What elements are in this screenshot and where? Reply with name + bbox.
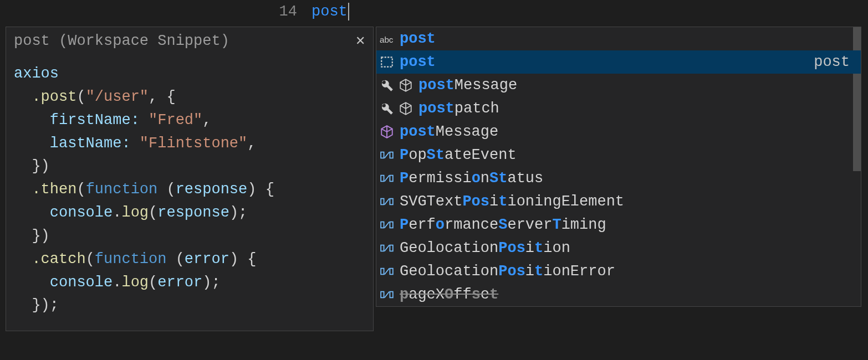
suggestion-iconset (379, 217, 395, 233)
code-token: function (86, 181, 167, 198)
code-token: error (185, 251, 229, 268)
code-token: "/user" (86, 89, 149, 105)
suggestion-iconset (379, 263, 395, 280)
code-token: response (157, 204, 229, 221)
code-token: ( (149, 204, 157, 221)
suggestion-label: GeolocationPositionError (400, 263, 615, 280)
wrench-icon (379, 100, 395, 117)
code-token: , (202, 112, 211, 128)
snippet-body: axios .post("/user", { firstName: "Fred"… (14, 63, 365, 317)
suggestion-row[interactable]: SVGTextPositioningElement (376, 190, 861, 213)
suggestion-iconset (379, 147, 395, 163)
suggestion-row[interactable]: PerformanceServerTiming (376, 213, 861, 236)
suggestion-row[interactable]: PopStateEvent (376, 143, 861, 167)
variable-icon (379, 263, 395, 280)
details-title: post (Workspace Snippet) (14, 33, 229, 49)
code-token: }); (32, 297, 59, 313)
code-token: ( (166, 181, 175, 198)
editor-line: 14 post (0, 0, 868, 23)
variable-icon (379, 170, 395, 187)
code-token: function (95, 251, 176, 268)
suggestion-detail: post (814, 54, 855, 70)
code-token: console (50, 204, 113, 221)
suggestion-list: postpostpostpostMessagepostpatchpostMess… (376, 27, 861, 307)
code-token: ) { (247, 181, 274, 198)
code-token: ) { (229, 251, 257, 268)
code-token: ( (76, 181, 85, 198)
suggestion-label: pageXOffset (400, 286, 498, 303)
suggestion-row[interactable]: postMessage (376, 120, 861, 143)
suggestion-label: postMessage (400, 124, 498, 140)
code-token: ( (149, 274, 157, 291)
suggestion-iconset (379, 30, 395, 47)
code-token: ( (86, 251, 95, 268)
suggestion-row[interactable]: post (376, 27, 861, 50)
code-token: log (121, 274, 149, 291)
code-token: , { (149, 89, 176, 105)
code-token: log (121, 204, 149, 221)
code-token: .catch (32, 251, 85, 268)
suggestion-label: postMessage (418, 77, 517, 94)
code-token: . (113, 274, 121, 291)
code-token: ); (229, 204, 247, 221)
code-token: console (50, 274, 113, 291)
details-header: post (Workspace Snippet) ✕ (14, 33, 365, 49)
suggestion-label: PermissionStatus (400, 170, 543, 187)
suggestion-row[interactable]: postpatch (376, 97, 861, 120)
snippet-icon (379, 54, 395, 70)
suggestion-row[interactable]: pageXOffset (376, 283, 861, 306)
suggestion-iconset (379, 193, 395, 210)
suggestion-iconset (379, 77, 414, 94)
code-token: }) (32, 228, 49, 244)
suggestion-row[interactable]: GeolocationPositionError (376, 260, 861, 283)
suggestion-label: PerformanceServerTiming (400, 217, 606, 233)
variable-icon (379, 286, 395, 303)
code-token: ( (76, 89, 85, 105)
code-token: ( (176, 251, 185, 268)
wrench-icon (379, 77, 395, 94)
variable-icon (379, 240, 395, 256)
suggestion-iconset (379, 170, 395, 187)
suggestion-row[interactable]: GeolocationPosition (376, 236, 861, 260)
code-token: lastName: (50, 135, 131, 152)
suggestion-label: GeolocationPosition (400, 240, 570, 256)
suggestion-row[interactable]: postpost (376, 50, 861, 74)
code-token: "Fred" (140, 112, 202, 128)
suggestion-iconset (379, 240, 395, 256)
close-icon[interactable]: ✕ (355, 34, 365, 48)
suggestion-iconset (379, 100, 414, 117)
suggestion-iconset (379, 286, 395, 303)
suggestion-iconset (379, 54, 395, 70)
variable-icon (379, 147, 395, 163)
suggestion-label: PopStateEvent (400, 147, 517, 163)
code-token: "Flintstone" (131, 135, 248, 152)
code-token: response (176, 181, 248, 198)
suggestion-iconset (379, 124, 395, 140)
variable-icon (379, 217, 395, 233)
suggestion-label: post (400, 30, 436, 47)
typed-token[interactable]: post (310, 3, 349, 20)
code-token: . (113, 204, 121, 221)
code-token: firstName: (50, 112, 140, 128)
line-number: 14 (0, 3, 310, 20)
suggestion-label: post (400, 54, 436, 70)
variable-icon (379, 193, 395, 210)
cube-outline-icon (397, 77, 414, 94)
suggestion-details-panel: post (Workspace Snippet) ✕ axios .post("… (6, 27, 374, 331)
suggestion-row[interactable]: postMessage (376, 74, 861, 97)
code-token: ); (202, 274, 220, 291)
code-token: axios (14, 65, 59, 82)
suggestion-label: postpatch (418, 100, 499, 117)
code-token: .then (32, 181, 76, 198)
code-token: error (157, 274, 202, 291)
code-token: , (247, 135, 256, 152)
text-caret (348, 3, 349, 20)
suggestion-row[interactable]: PermissionStatus (376, 167, 861, 190)
code-token: }) (32, 158, 49, 174)
suggestion-label: SVGTextPositioningElement (400, 193, 624, 210)
code-token: .post (32, 89, 76, 105)
cube-icon (379, 124, 395, 140)
abc-icon (379, 30, 395, 47)
cube-outline-icon (397, 100, 414, 117)
